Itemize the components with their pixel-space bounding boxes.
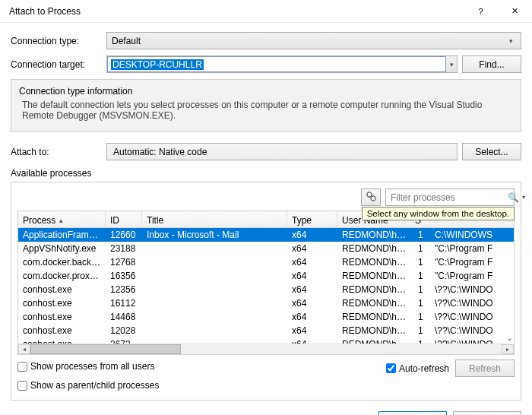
refresh-button[interactable]: Refresh bbox=[455, 360, 515, 377]
cell: x64 bbox=[287, 243, 337, 254]
cell: 16356 bbox=[106, 271, 142, 281]
cell: conhost.exe bbox=[18, 325, 106, 336]
auto-refresh-input[interactable] bbox=[386, 363, 396, 373]
show-parent-child-input[interactable] bbox=[17, 381, 27, 391]
attach-to-value: Automatic: Native code bbox=[106, 143, 458, 160]
table-row[interactable]: com.docker.proxy.exe16356x64REDMOND\haho… bbox=[18, 269, 514, 283]
cell: "C:\Program F bbox=[430, 257, 509, 268]
cell: 1 bbox=[413, 257, 430, 268]
cell: 14468 bbox=[106, 312, 142, 322]
scroll-indicator-icon: ⌄ bbox=[506, 334, 512, 342]
show-all-users-input[interactable] bbox=[17, 362, 27, 372]
table-row[interactable]: conhost.exe14468x64REDMOND\hahole1\??\C:… bbox=[18, 310, 514, 324]
cell: x64 bbox=[287, 230, 337, 240]
cell: "C:\Program F bbox=[430, 271, 509, 281]
cell: 1 bbox=[413, 271, 430, 281]
connection-type-label: Connection type: bbox=[11, 36, 102, 46]
table-row[interactable]: conhost.exe12356x64REDMOND\hahole1\??\C:… bbox=[18, 283, 514, 296]
cell: 23188 bbox=[106, 243, 142, 254]
col-type[interactable]: Type bbox=[287, 211, 337, 227]
cell: Inbox - Microsoft - Mail bbox=[142, 230, 287, 240]
cell: \??\C:\WINDO bbox=[430, 325, 509, 336]
help-button[interactable]: ? bbox=[464, 0, 498, 23]
cell: 1 bbox=[413, 298, 430, 309]
cell: conhost.exe bbox=[18, 284, 106, 295]
attach-button[interactable]: Attach bbox=[378, 411, 447, 415]
cell: x64 bbox=[287, 257, 337, 268]
cell: 1 bbox=[413, 325, 430, 336]
connection-target-value: DESKTOP-RCUHLLR bbox=[111, 59, 204, 70]
cell: 12028 bbox=[106, 325, 142, 336]
connection-info-title: Connection type information bbox=[19, 86, 513, 97]
select-window-tooltip: Select any window from the desktop. bbox=[362, 207, 515, 220]
connection-target-input[interactable]: DESKTOP-RCUHLLR bbox=[107, 56, 446, 72]
cell: x64 bbox=[287, 271, 337, 281]
cell: REDMOND\hahole bbox=[337, 243, 413, 254]
table-row[interactable]: ApplicationFrameHo...12660Inbox - Micros… bbox=[18, 228, 514, 242]
cell: 12768 bbox=[106, 257, 142, 268]
cell: x64 bbox=[287, 298, 337, 309]
col-id[interactable]: ID bbox=[106, 211, 142, 227]
processes-group: 🔍 ▾ Select any window from the desktop. … bbox=[11, 182, 521, 401]
table-row[interactable]: conhost.exe16112x64REDMOND\hahole1\??\C:… bbox=[18, 296, 514, 310]
cell: REDMOND\hahole bbox=[337, 312, 413, 322]
cell: REDMOND\hahole bbox=[337, 298, 413, 309]
svg-point-1 bbox=[371, 196, 375, 201]
table-row[interactable]: com.docker.backend...12768x64REDMOND\hah… bbox=[18, 255, 514, 269]
search-icon: 🔍 bbox=[508, 192, 519, 203]
cell: 1 bbox=[413, 243, 430, 254]
titlebar: Attach to Process ? ✕ bbox=[0, 0, 532, 23]
cell: com.docker.proxy.exe bbox=[18, 271, 106, 281]
connection-type-combo[interactable]: Default ▾ bbox=[106, 32, 521, 49]
table-row[interactable]: conhost.exe12028x64REDMOND\hahole1\??\C:… bbox=[18, 324, 514, 337]
cell: conhost.exe bbox=[18, 312, 106, 322]
chevron-down-icon: ▾ bbox=[505, 37, 516, 45]
auto-refresh-label: Auto-refresh bbox=[399, 363, 449, 374]
cell: REDMOND\hahole bbox=[337, 284, 413, 295]
crosshair-icon bbox=[366, 191, 376, 204]
col-title[interactable]: Title bbox=[142, 211, 287, 227]
connection-target-label: Connection target: bbox=[11, 59, 102, 70]
horizontal-scrollbar[interactable]: ◂ ▸ bbox=[18, 344, 514, 354]
auto-refresh-checkbox[interactable]: Auto-refresh bbox=[386, 363, 449, 374]
cell: \??\C:\WINDO bbox=[430, 312, 509, 322]
show-parent-child-checkbox[interactable]: Show as parent/child processes bbox=[17, 380, 515, 391]
close-button[interactable]: ✕ bbox=[498, 0, 532, 23]
attach-to-label: Attach to: bbox=[11, 147, 102, 157]
scrollbar-thumb[interactable] bbox=[30, 344, 181, 354]
connection-info-box: Connection type information The default … bbox=[11, 79, 521, 132]
table-row[interactable]: AppVShNotify.exe23188x64REDMOND\hahole1"… bbox=[18, 242, 514, 255]
cancel-button[interactable]: Cancel bbox=[453, 411, 521, 415]
cell: AppVShNotify.exe bbox=[18, 243, 106, 254]
svg-point-0 bbox=[367, 192, 372, 197]
sort-asc-icon: ▲ bbox=[58, 217, 64, 224]
connection-target-combo[interactable]: DESKTOP-RCUHLLR ▾ bbox=[106, 55, 458, 73]
chevron-down-icon: ▾ bbox=[446, 61, 457, 68]
cell: \??\C:\WINDO bbox=[430, 298, 509, 309]
show-parent-child-label: Show as parent/child processes bbox=[30, 380, 159, 391]
cell: conhost.exe bbox=[18, 298, 106, 309]
cell: 1 bbox=[413, 284, 430, 295]
col-process[interactable]: Process▲ bbox=[18, 211, 106, 227]
select-window-button[interactable] bbox=[361, 188, 381, 206]
cell: 12660 bbox=[106, 230, 142, 240]
cell: REDMOND\hahole bbox=[337, 230, 413, 240]
cell: ApplicationFrameHo... bbox=[18, 230, 106, 240]
processes-grid[interactable]: Process▲ ID Title Type User Name S Appli… bbox=[17, 211, 515, 355]
connection-info-text: The default connection lets you select p… bbox=[19, 100, 513, 121]
filter-processes-box[interactable]: 🔍 ▾ bbox=[385, 188, 515, 206]
available-processes-label: Available processes bbox=[11, 168, 521, 179]
cell: \??\C:\WINDO bbox=[430, 284, 509, 295]
cell: REDMOND\hahole bbox=[337, 325, 413, 336]
cell: 12356 bbox=[106, 284, 142, 295]
scroll-right-icon[interactable]: ▸ bbox=[502, 344, 514, 354]
cell: REDMOND\hahole bbox=[337, 271, 413, 281]
chevron-down-icon[interactable]: ▾ bbox=[522, 194, 525, 201]
find-button[interactable]: Find... bbox=[462, 55, 521, 73]
scroll-left-icon[interactable]: ◂ bbox=[18, 344, 30, 354]
filter-processes-input[interactable] bbox=[391, 192, 505, 203]
cell: x64 bbox=[287, 284, 337, 295]
cell: REDMOND\hahole bbox=[337, 257, 413, 268]
show-all-users-label: Show processes from all users bbox=[30, 361, 154, 372]
select-button[interactable]: Select... bbox=[462, 143, 521, 160]
